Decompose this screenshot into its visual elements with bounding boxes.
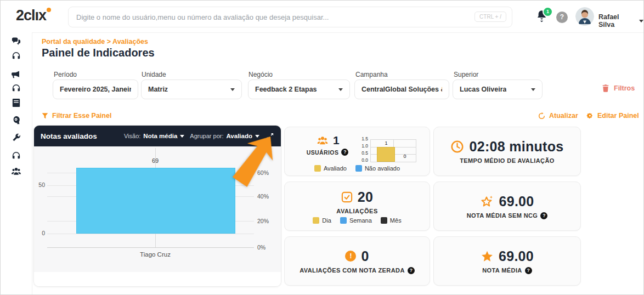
team-icon[interactable] <box>11 166 21 177</box>
y-axis-tick: 50 <box>34 181 45 188</box>
clear-filters-label: Filtros <box>614 84 635 92</box>
headset-icon[interactable] <box>11 51 21 61</box>
user-menu[interactable]: Rafael Silva <box>598 13 643 29</box>
usuarios-label-row: USUÁRIOS ? <box>300 149 355 156</box>
mind-gear-icon[interactable] <box>11 115 21 126</box>
nota-media-label-row: NOTA MÉDIA ? <box>482 267 532 274</box>
refresh-button[interactable]: Atualizar <box>538 112 578 120</box>
mini-bar-avaliado <box>377 147 395 162</box>
page-title: Painel de Indicadores <box>42 47 155 59</box>
mini-zero-label: 0 <box>398 154 411 159</box>
y2-axis-tick: 20% <box>257 218 269 224</box>
filter-panel-label: Filtrar Esse Painel <box>52 112 111 120</box>
global-search[interactable]: CTRL + / <box>68 7 512 27</box>
chevron-down-icon <box>230 88 235 91</box>
clock-icon <box>450 140 464 154</box>
view-select[interactable]: Visão: Nota média <box>124 133 184 139</box>
app-window: 2clıx CTRL + / 1 ? Rafael Silva <box>0 0 644 295</box>
mini-ytick: 0.0 <box>356 158 368 163</box>
mini-bar-label: 1 <box>380 140 393 146</box>
chevron-down-icon <box>180 135 184 138</box>
legend-item-semana: Semana <box>340 217 372 224</box>
nota-media-value: 69.00 <box>499 248 534 264</box>
search-shortcut-badge: CTRL + / <box>474 12 506 22</box>
nota-zerada-label: AVALIAÇÕES COM NOTA ZERADA <box>300 267 405 274</box>
y2-axis-tick: 0% <box>257 244 265 251</box>
group-by-value: Avaliado <box>226 133 252 139</box>
notifications-button[interactable]: 1 <box>536 9 549 25</box>
legend-swatch-blue <box>340 217 347 224</box>
legend-item-avaliado: Avaliado <box>314 165 347 172</box>
card-avaliacoes: 20 AVALIAÇÕES Dia Semana Mês <box>284 181 430 231</box>
clear-filters-button[interactable]: Filtros <box>602 84 635 93</box>
headphones-icon-2[interactable] <box>11 151 21 161</box>
chart-gridline <box>47 234 254 234</box>
legend-label: Mês <box>390 217 402 224</box>
unidade-select[interactable]: Matriz <box>141 80 242 99</box>
help-badge[interactable]: ? <box>408 267 415 274</box>
legend-label: Não avaliado <box>365 165 400 172</box>
refresh-icon <box>538 112 545 120</box>
y-axis-tick: 0 <box>34 230 45 236</box>
legend-label: Semana <box>349 217 372 224</box>
filter-panel-button[interactable]: Filtrar Esse Painel <box>42 112 111 120</box>
tempo-value: 02:08 minutos <box>469 139 563 155</box>
card-nota-zerada: ! 0 AVALIAÇÕES COM NOTA ZERADA ? <box>284 236 430 286</box>
negocio-select[interactable]: Feedback 2 Etapas <box>248 80 350 99</box>
avatar[interactable] <box>575 7 594 26</box>
logo-text-x: x <box>38 7 46 24</box>
edit-panel-button[interactable]: Editar Painel <box>586 112 639 120</box>
chevron-down-icon <box>531 88 535 91</box>
negocio-value: Feedback 2 Etapas <box>255 86 317 93</box>
nota-zerada-label-row: AVALIAÇÕES COM NOTA ZERADA ? <box>300 267 415 274</box>
card-nota-media-sem-ncg: 69.00 NOTA MÉDIA SEM NCG ? <box>433 181 581 231</box>
mini-ytick: 0.5 <box>356 151 368 156</box>
search-input[interactable] <box>69 7 512 27</box>
tempo-label: TEMPO MÉDIO DE AVALIAÇÃO <box>460 157 555 164</box>
top-bar: 2clıx CTRL + / 1 ? Rafael Silva <box>1 1 643 33</box>
gear-icon <box>586 112 594 120</box>
edit-panel-label: Editar Painel <box>597 112 639 120</box>
left-sidebar <box>1 32 32 294</box>
avatar-image <box>575 7 594 26</box>
x-axis-category: Tiago Cruz <box>117 251 194 258</box>
help-badge[interactable]: ? <box>341 149 348 156</box>
superior-label: Superior <box>454 71 478 78</box>
mini-chart-usuarios: 1 0 <box>370 139 416 162</box>
superior-select[interactable]: Lucas Oliveira <box>453 80 543 99</box>
wrench-icon[interactable] <box>11 133 21 143</box>
periodo-select[interactable]: Fevereiro 2025, Janeiro 2025,€ <box>53 80 138 99</box>
view-label: Visão: <box>124 133 140 139</box>
campanha-label: Campanha <box>355 71 388 78</box>
card-usuarios: 1 USUÁRIOS ? 1.5 1.0 0.5 0.0 1 0 Avaliad… <box>284 127 430 176</box>
chart-panel-footer <box>34 272 281 286</box>
headphones-icon[interactable] <box>11 83 21 94</box>
view-value: Nota média <box>143 133 177 139</box>
help-button[interactable]: ? <box>556 12 568 23</box>
usuarios-block: 1 USUÁRIOS ? <box>300 134 355 156</box>
megaphone-icon[interactable] <box>11 70 21 80</box>
users-icon <box>315 135 330 146</box>
mini-ytick: 1.5 <box>356 137 368 141</box>
avaliacoes-label: AVALIAÇÕES <box>336 208 378 214</box>
avaliacoes-legend: Dia Semana Mês <box>313 217 401 224</box>
help-badge[interactable]: ? <box>525 267 532 274</box>
chat-icon[interactable] <box>11 37 21 47</box>
campanha-value: CentralGlobal Soluções & Filia <box>361 86 442 93</box>
trash-icon <box>602 84 609 93</box>
logo-dot <box>47 8 51 12</box>
chevron-down-icon <box>338 88 343 91</box>
warning-icon: ! <box>345 251 356 262</box>
periodo-label: Período <box>54 71 77 78</box>
legend-swatch-black <box>381 217 387 224</box>
notification-count-badge: 1 <box>543 7 553 17</box>
breadcrumb[interactable]: Portal da qualidade > Avaliações <box>42 38 148 46</box>
bar-tiago-cruz[interactable] <box>76 168 235 234</box>
chevron-down-icon <box>639 20 643 22</box>
campanha-select[interactable]: CentralGlobal Soluções & Filia <box>354 80 449 99</box>
app-logo[interactable]: 2clıx <box>16 7 46 24</box>
help-badge[interactable]: ? <box>540 212 547 219</box>
nota-sem-ncg-label-row: NOTA MÉDIA SEM NCG ? <box>467 212 548 219</box>
book-icon[interactable] <box>11 98 21 108</box>
chart-title: Notas avaliados <box>41 132 97 140</box>
